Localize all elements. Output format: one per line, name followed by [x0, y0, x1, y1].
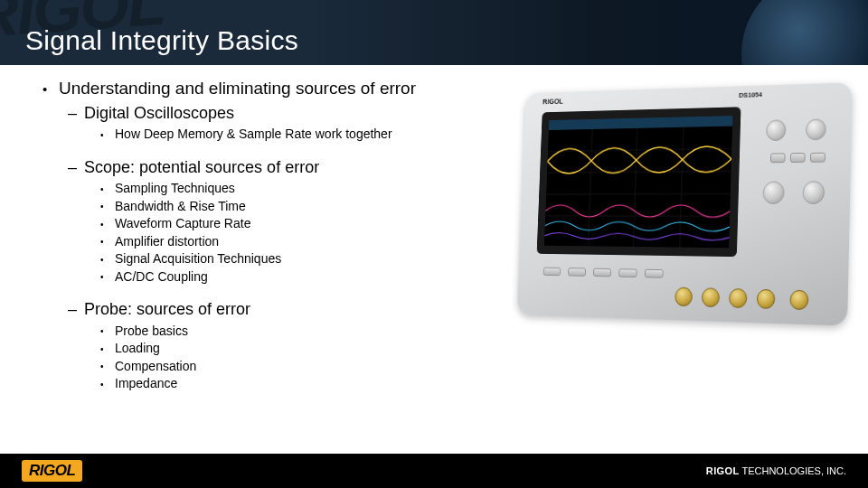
- scope-softkey: [645, 269, 664, 278]
- bullet-probe: Probe: sources of error: [41, 299, 493, 320]
- bnc-connector: [729, 288, 747, 308]
- footer-company-bold: RIGOL: [706, 465, 740, 476]
- scope-softkey: [568, 267, 586, 277]
- oscilloscope-photo: RIGOL DS1054: [517, 82, 853, 325]
- scope-button: [790, 153, 806, 163]
- header-earth-decoration: [741, 0, 868, 65]
- slide-footer: RIGOL RIGOL TECHNOLOGIES, INC.: [0, 454, 868, 488]
- footer-company-rest: TECHNOLOGIES, INC.: [740, 465, 846, 476]
- scope-knob: [802, 181, 825, 204]
- bullet-scope: Scope: potential sources of error: [41, 157, 493, 178]
- scope-screen: [537, 107, 741, 257]
- bnc-connector: [757, 289, 776, 309]
- slide-title: Signal Integrity Basics: [25, 25, 298, 56]
- content-outline: Understanding and eliminating sources of…: [41, 78, 493, 393]
- bnc-connector: [702, 287, 720, 307]
- scope-softkey: [543, 267, 561, 277]
- scope-model-label: DS1054: [739, 90, 762, 99]
- bullet-digital-sub: How Deep Memory & Sample Rate work toget…: [41, 127, 493, 143]
- bullet-probe-sub: Loading: [41, 341, 493, 357]
- bullet-scope-sub: Waveform Capture Rate: [41, 216, 493, 232]
- footer-company: RIGOL TECHNOLOGIES, INC.: [706, 465, 846, 476]
- bullet-scope-sub: AC/DC Coupling: [41, 269, 493, 286]
- bullet-scope-sub: Sampling Techniques: [41, 181, 493, 197]
- scope-button: [810, 153, 826, 163]
- bullet-digital: Digital Oscilloscopes: [41, 103, 493, 124]
- rigol-logo: RIGOL: [22, 460, 82, 482]
- bullet-scope-sub: Bandwidth & Rise Time: [41, 199, 493, 215]
- bullet-l1: Understanding and eliminating sources of…: [41, 78, 493, 99]
- scope-brand-label: RIGOL: [542, 97, 563, 106]
- bullet-scope-sub: Amplifier distortion: [41, 234, 493, 250]
- bullet-scope-sub: Signal Acquisition Techniques: [41, 251, 493, 267]
- scope-knob: [762, 182, 784, 204]
- bullet-probe-sub: Impedance: [41, 376, 493, 392]
- bnc-connector: [675, 287, 693, 307]
- scope-knob: [806, 118, 826, 140]
- bullet-probe-sub: Probe basics: [41, 324, 493, 340]
- scope-softkey: [593, 268, 611, 277]
- scope-softkey: [618, 268, 637, 277]
- slide: RIGOL Signal Integrity Basics Understand…: [0, 0, 868, 488]
- bullet-probe-sub: Compensation: [41, 359, 493, 375]
- scope-knob: [766, 119, 786, 141]
- slide-header: RIGOL Signal Integrity Basics: [0, 0, 868, 65]
- bnc-connector: [789, 290, 808, 310]
- scope-button: [770, 153, 786, 163]
